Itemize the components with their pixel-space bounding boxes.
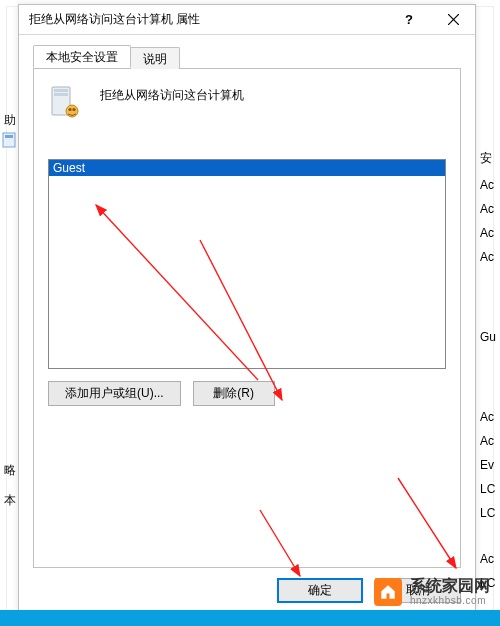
users-listbox[interactable]: Guest — [48, 159, 446, 369]
ok-button[interactable]: 确定 — [277, 578, 363, 603]
toolbar-icon — [2, 132, 16, 148]
help-button[interactable]: ? — [387, 5, 431, 35]
policy-header: 拒绝从网络访问这台计算机 — [48, 85, 446, 127]
background-right-panel: 安 Ac Ac Ac Ac Gu Ac Ac Ev LC LC Ac LC — [476, 50, 500, 590]
svg-point-9 — [72, 108, 75, 111]
bg-item: Ac — [480, 552, 494, 566]
bg-item: Ac — [480, 202, 494, 216]
bg-left-item: 本 — [4, 492, 16, 509]
bg-item: LC — [480, 506, 495, 520]
bg-item: Ac — [480, 410, 494, 424]
bg-item: LC — [480, 482, 495, 496]
bg-left-item: 助 — [4, 112, 16, 129]
policy-icon — [48, 85, 86, 127]
svg-point-8 — [68, 108, 71, 111]
house-icon — [379, 583, 397, 601]
background-left-panel: 助 略 本 — [0, 100, 18, 580]
bg-item: Ac — [480, 178, 494, 192]
watermark-url: hnzxkhbsb.com — [410, 595, 486, 606]
svg-rect-5 — [54, 89, 68, 92]
close-button[interactable] — [431, 5, 475, 35]
close-icon — [448, 14, 459, 25]
properties-dialog: 拒绝从网络访问这台计算机 属性 ? 本地安全设置 说明 — [18, 4, 476, 616]
list-buttons: 添加用户或组(U)... 删除(R) — [48, 381, 446, 406]
tab-panel: 拒绝从网络访问这台计算机 Guest 添加用户或组(U)... 删除(R) — [33, 69, 461, 568]
tabstrip: 本地安全设置 说明 — [33, 45, 461, 69]
bg-item: Ac — [480, 226, 494, 240]
bg-item: Gu — [480, 330, 496, 344]
titlebar[interactable]: 拒绝从网络访问这台计算机 属性 ? — [19, 5, 475, 35]
window-title: 拒绝从网络访问这台计算机 属性 — [29, 11, 387, 28]
policy-title: 拒绝从网络访问这台计算机 — [100, 85, 244, 104]
watermark-logo — [374, 578, 402, 606]
remove-button[interactable]: 删除(R) — [193, 381, 275, 406]
svg-rect-6 — [54, 93, 68, 96]
taskbar — [0, 610, 500, 626]
bg-left-item: 略 — [4, 462, 16, 479]
bg-item: 安 — [480, 150, 492, 167]
bg-item: Ac — [480, 250, 494, 264]
bg-item: Ac — [480, 434, 494, 448]
watermark-title: 系统家园网 — [410, 577, 490, 595]
tab-local-security[interactable]: 本地安全设置 — [33, 45, 131, 68]
bg-item: Ev — [480, 458, 494, 472]
watermark: 系统家园网 hnzxkhbsb.com — [374, 577, 490, 606]
tab-explain[interactable]: 说明 — [130, 47, 180, 69]
list-item[interactable]: Guest — [49, 160, 445, 176]
svg-rect-1 — [5, 135, 13, 138]
add-user-button[interactable]: 添加用户或组(U)... — [48, 381, 181, 406]
